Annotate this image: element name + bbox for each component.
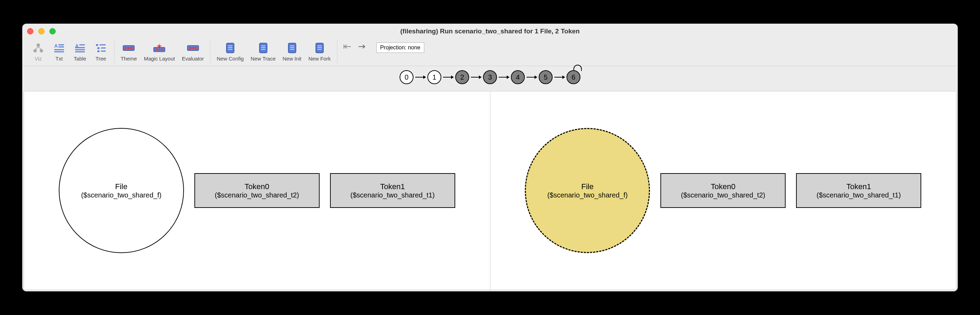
state-node-2[interactable]: 2 bbox=[455, 70, 469, 84]
token1-node-left[interactable]: Token1 ($scenario_two_shared_t1) bbox=[330, 173, 455, 208]
token1-label: Token1 bbox=[846, 182, 871, 191]
theme-label: Theme bbox=[121, 56, 137, 62]
file-label: File bbox=[581, 182, 593, 191]
token1-label: Token1 bbox=[380, 182, 405, 191]
token0-node-left[interactable]: Token0 ($scenario_two_shared_t2) bbox=[194, 173, 320, 208]
new-init-label: New Init bbox=[283, 56, 302, 62]
window-title: (filesharing) Run scenario_two_shared fo… bbox=[400, 27, 580, 35]
token1-node-right[interactable]: Token1 ($scenario_two_shared_t1) bbox=[796, 173, 921, 208]
magic-layout-icon bbox=[153, 42, 165, 54]
svg-point-2 bbox=[40, 49, 43, 52]
token0-label: Token0 bbox=[245, 182, 269, 191]
magic-layout-label: Magic Layout bbox=[144, 56, 175, 62]
table-label: Table bbox=[74, 56, 86, 62]
new-config-button[interactable]: New Config bbox=[213, 40, 247, 63]
table-icon: A bbox=[74, 42, 86, 54]
file-node-right[interactable]: File ($scenario_two_shared_f) bbox=[525, 128, 650, 253]
evaluator-button[interactable]: Evaluator bbox=[178, 40, 207, 63]
viz-button[interactable]: Viz bbox=[28, 40, 49, 63]
svg-point-30 bbox=[189, 46, 191, 49]
state-node-6[interactable]: 6 bbox=[566, 70, 581, 84]
token1-sub: ($scenario_two_shared_t1) bbox=[350, 191, 435, 199]
token0-label: Token0 bbox=[711, 182, 735, 191]
state-navigation: 0 1 2 3 4 5 6 bbox=[22, 66, 958, 91]
token0-node-right[interactable]: Token0 ($scenario_two_shared_t2) bbox=[660, 173, 786, 208]
content-area: File ($scenario_two_shared_f) Token0 ($s… bbox=[24, 91, 956, 290]
titlebar: (filesharing) Run scenario_two_shared fo… bbox=[22, 24, 958, 39]
svg-line-4 bbox=[38, 46, 41, 49]
nav-first-button[interactable] bbox=[340, 40, 355, 53]
projection-selector[interactable]: Projection: none bbox=[376, 42, 424, 53]
minimize-button[interactable] bbox=[38, 28, 45, 34]
token0-sub: ($scenario_two_shared_t2) bbox=[681, 191, 765, 199]
new-fork-button[interactable]: New Fork bbox=[305, 40, 334, 63]
file-sub: ($scenario_two_shared_f) bbox=[547, 191, 628, 199]
scroll-icon bbox=[286, 42, 298, 54]
svg-point-23 bbox=[127, 46, 130, 49]
close-button[interactable] bbox=[27, 28, 33, 34]
state-node-3[interactable]: 3 bbox=[483, 70, 497, 84]
loop-icon bbox=[573, 65, 582, 71]
new-trace-button[interactable]: New Trace bbox=[247, 40, 279, 63]
file-sub: ($scenario_two_shared_f) bbox=[81, 191, 161, 199]
theme-icon bbox=[123, 42, 135, 54]
token0-sub: ($scenario_two_shared_t2) bbox=[215, 191, 299, 199]
svg-point-31 bbox=[192, 46, 194, 49]
svg-rect-15 bbox=[96, 44, 98, 46]
state-arrow bbox=[525, 77, 539, 78]
svg-rect-19 bbox=[97, 51, 99, 52]
maximize-button[interactable] bbox=[49, 28, 56, 34]
magic-layout-button[interactable]: Magic Layout bbox=[140, 40, 178, 63]
state-node-4[interactable]: 4 bbox=[511, 70, 525, 84]
right-pane[interactable]: File ($scenario_two_shared_f) Token0 ($s… bbox=[490, 91, 956, 290]
svg-text:A: A bbox=[54, 43, 58, 49]
table-button[interactable]: A Table bbox=[70, 40, 91, 63]
state-arrow bbox=[441, 77, 455, 78]
scroll-icon bbox=[257, 42, 269, 54]
next-arrow-icon bbox=[358, 44, 366, 49]
svg-point-26 bbox=[156, 48, 158, 51]
scroll-icon bbox=[224, 42, 237, 54]
first-arrow-icon bbox=[343, 44, 352, 49]
nav-next-button[interactable] bbox=[355, 40, 369, 53]
viz-icon bbox=[32, 42, 45, 54]
state-node-1[interactable]: 1 bbox=[427, 70, 441, 84]
tree-icon bbox=[95, 42, 107, 54]
svg-point-24 bbox=[130, 46, 133, 49]
svg-point-32 bbox=[194, 46, 197, 49]
new-config-label: New Config bbox=[216, 56, 244, 62]
projection-label: Projection: none bbox=[380, 45, 420, 51]
svg-point-22 bbox=[125, 46, 127, 49]
svg-point-28 bbox=[161, 48, 163, 51]
file-label: File bbox=[115, 182, 127, 191]
svg-point-27 bbox=[158, 48, 160, 51]
evaluator-label: Evaluator bbox=[182, 56, 204, 62]
traffic-lights bbox=[27, 28, 56, 34]
state-node-0[interactable]: 0 bbox=[399, 70, 414, 84]
app-window: (filesharing) Run scenario_two_shared fo… bbox=[22, 24, 958, 291]
svg-rect-17 bbox=[97, 47, 99, 49]
left-pane[interactable]: File ($scenario_two_shared_f) Token0 ($s… bbox=[24, 91, 490, 290]
tree-button[interactable]: Tree bbox=[91, 40, 111, 63]
svg-point-0 bbox=[37, 43, 40, 47]
viz-label: Viz bbox=[35, 56, 42, 62]
state-arrow bbox=[414, 77, 427, 78]
new-trace-label: New Trace bbox=[251, 56, 276, 62]
svg-point-1 bbox=[33, 49, 37, 52]
scroll-icon bbox=[313, 42, 326, 54]
txt-button[interactable]: A Txt bbox=[49, 40, 70, 63]
theme-button[interactable]: Theme bbox=[117, 40, 140, 63]
txt-label: Txt bbox=[56, 56, 63, 62]
new-init-button[interactable]: New Init bbox=[279, 40, 305, 63]
state-arrow bbox=[553, 77, 566, 78]
new-fork-label: New Fork bbox=[309, 56, 331, 62]
state-arrow bbox=[497, 77, 511, 78]
svg-line-3 bbox=[35, 46, 38, 49]
token1-sub: ($scenario_two_shared_t1) bbox=[816, 191, 901, 199]
state-node-5[interactable]: 5 bbox=[539, 70, 553, 84]
evaluator-icon bbox=[187, 42, 199, 54]
file-node-left[interactable]: File ($scenario_two_shared_f) bbox=[59, 128, 184, 253]
toolbar: Viz A Txt A bbox=[22, 39, 958, 66]
state-arrow bbox=[469, 77, 483, 78]
txt-icon: A bbox=[53, 42, 65, 54]
